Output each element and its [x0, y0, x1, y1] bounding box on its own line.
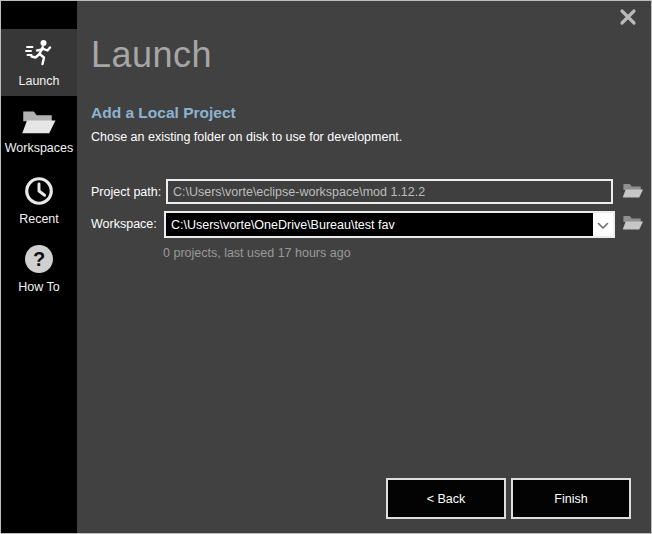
chevron-down-icon: [597, 216, 609, 234]
clock-icon: [23, 175, 55, 207]
workspace-status: 0 projects, last used 17 hours ago: [163, 246, 351, 260]
close-button[interactable]: [613, 5, 643, 33]
sidebar-item-label: Workspaces: [5, 141, 74, 155]
svg-text:?: ?: [33, 248, 45, 270]
back-button[interactable]: < Back: [386, 478, 506, 519]
open-folder-icon: [21, 108, 57, 136]
workspace-dropdown-button[interactable]: [593, 213, 613, 236]
sidebar-item-recent[interactable]: Recent: [1, 167, 77, 233]
sidebar-item-label: How To: [18, 280, 59, 294]
section-heading: Add a Local Project: [91, 104, 236, 122]
open-folder-icon: [622, 214, 644, 235]
sidebar-item-label: Launch: [18, 74, 59, 88]
close-icon: [618, 7, 638, 31]
workspace-value: C:\Users\vorte\OneDrive\Bureau\test fav: [166, 213, 593, 236]
workspace-combobox[interactable]: C:\Users\vorte\OneDrive\Bureau\test fav: [164, 211, 615, 238]
project-path-input[interactable]: [166, 179, 613, 204]
workspace-browse-button[interactable]: [621, 214, 645, 234]
sidebar-item-workspaces[interactable]: Workspaces: [1, 97, 77, 166]
project-path-browse-button[interactable]: [621, 182, 645, 202]
section-description: Chose an existing folder on disk to use …: [91, 130, 402, 144]
sidebar: Launch Workspaces Recent: [1, 1, 77, 533]
runner-icon: [23, 37, 55, 69]
finish-button[interactable]: Finish: [511, 478, 631, 519]
project-path-label: Project path:: [91, 185, 161, 199]
sidebar-item-howto[interactable]: ? How To: [1, 235, 77, 301]
launcher-window: Launch Workspaces Recent: [0, 0, 652, 534]
question-circle-icon: ?: [23, 243, 55, 275]
open-folder-icon: [622, 182, 644, 203]
sidebar-item-label: Recent: [19, 212, 59, 226]
page-title: Launch: [91, 34, 212, 76]
sidebar-item-launch[interactable]: Launch: [1, 29, 77, 96]
workspace-label: Workspace:: [91, 217, 157, 231]
